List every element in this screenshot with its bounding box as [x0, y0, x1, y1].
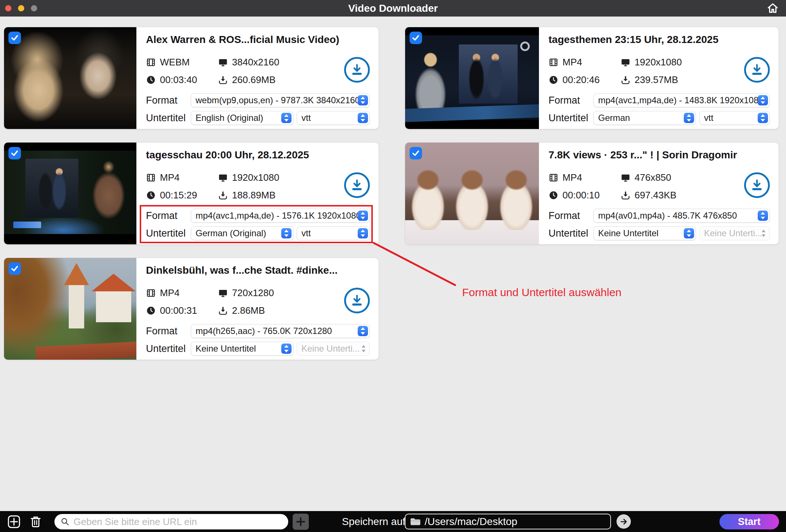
select-checkbox[interactable]	[410, 32, 422, 44]
video-thumbnail[interactable]	[4, 27, 136, 129]
subtitle-label: Untertitel	[549, 228, 590, 239]
bottom-toolbar: Speichern auf Start	[0, 511, 786, 532]
add-task-button[interactable]	[7, 514, 21, 529]
url-input-field[interactable]	[54, 514, 288, 529]
delete-button[interactable]	[29, 514, 43, 529]
subtitle-label: Untertitel	[146, 343, 187, 355]
video-card: tagesthemen 23:15 Uhr, 28.12.2025 MP4 19…	[405, 27, 779, 129]
check-icon	[411, 33, 420, 42]
subtitle-language-select[interactable]: German (Original)	[191, 226, 293, 240]
subtitle-language-select[interactable]: Keine Untertitel	[593, 226, 696, 240]
stepper-icon[interactable]	[684, 113, 694, 123]
format-select-value: webm(vp9,opus,en) - 9787.3K 3840x2160	[196, 95, 360, 105]
monitor-icon	[218, 57, 228, 67]
select-checkbox[interactable]	[8, 262, 21, 275]
video-card: Dinkelsbühl, was f...che Stadt. #dinke..…	[4, 258, 379, 360]
stepper-icon[interactable]	[684, 228, 694, 238]
format-select[interactable]: mp4(avc1,mp4a,de) - 1576.1K 1920x1080	[191, 209, 370, 223]
download-button[interactable]	[344, 172, 370, 198]
select-checkbox[interactable]	[8, 32, 21, 44]
video-info: WEBM 3840x2160 00:03:40 260.69MB	[146, 57, 279, 86]
video-thumbnail[interactable]	[4, 143, 136, 244]
video-title: Alex Warren & ROS...ficial Music Video)	[146, 34, 372, 46]
video-thumbnail[interactable]	[405, 143, 539, 244]
stepper-icon[interactable]	[358, 211, 368, 221]
tower-shape	[69, 284, 84, 328]
resolution: 476x850	[635, 172, 671, 183]
stepper-icon[interactable]	[758, 95, 768, 105]
url-input[interactable]	[74, 516, 282, 528]
monitor-icon	[218, 173, 228, 183]
format-select[interactable]: mp4(avc1,mp4a,de) - 1483.8K 1920x1080	[593, 93, 770, 107]
stepper-icon[interactable]	[758, 211, 768, 221]
browse-folder-button[interactable]	[617, 514, 631, 529]
film-icon	[549, 173, 558, 183]
format-select[interactable]: mp4(av01,mp4a) - 485.7K 476x850	[593, 209, 770, 223]
video-title: Dinkelsbühl, was f...che Stadt. #dinke..…	[146, 265, 372, 276]
stepper-icon[interactable]	[358, 95, 368, 105]
puppy-shape	[453, 169, 491, 230]
video-list: Alex Warren & ROS...ficial Music Video) …	[0, 17, 786, 511]
stepper-icon	[760, 228, 767, 238]
trash-icon	[29, 514, 43, 529]
video-thumbnail[interactable]	[4, 258, 136, 360]
duration: 00:15:29	[160, 190, 197, 201]
subtitle-format-value: Keine Unterti...	[301, 344, 360, 353]
stepper-icon[interactable]	[758, 113, 768, 123]
download-icon	[750, 178, 764, 193]
download-button[interactable]	[744, 57, 770, 83]
subtitle-format-select[interactable]: vtt	[699, 111, 770, 125]
subtitle-format-select: Keine Unterti...	[699, 226, 770, 240]
save-path-input[interactable]	[425, 516, 606, 528]
subtitle-format-value: vtt	[301, 113, 311, 123]
subtitle-language-value: Keine Untertitel	[196, 344, 256, 353]
format-select-value: mp4(avc1,mp4a,de) - 1483.8K 1920x1080	[598, 95, 764, 105]
format-select[interactable]: mp4(h265,aac) - 765.0K 720x1280	[191, 324, 370, 338]
select-checkbox[interactable]	[8, 147, 21, 159]
format-label: Format	[146, 210, 187, 222]
monitor-icon	[621, 173, 630, 183]
tagesschau-logo	[13, 222, 41, 228]
stepper-icon[interactable]	[281, 113, 292, 123]
subtitle-label: Untertitel	[146, 228, 187, 239]
download-button[interactable]	[344, 288, 370, 313]
add-url-button[interactable]	[293, 514, 309, 530]
duration: 00:00:31	[160, 305, 197, 316]
resolution: 1920x1080	[232, 172, 279, 183]
subtitle-format-select[interactable]: vtt	[297, 226, 370, 240]
resolution: 3840x2160	[232, 57, 279, 68]
container-format: MP4	[562, 57, 582, 68]
resolution: 1920x1080	[635, 57, 682, 68]
subtitle-format-select[interactable]: vtt	[297, 111, 370, 125]
filesize-icon	[218, 190, 228, 200]
format-select[interactable]: webm(vp9,opus,en) - 9787.3K 3840x2160	[191, 93, 370, 107]
duration: 00:03:40	[160, 74, 197, 86]
stepper-icon[interactable]	[358, 113, 368, 123]
title-bar: Video Downloader	[0, 0, 786, 17]
download-button[interactable]	[744, 172, 770, 198]
stepper-icon[interactable]	[358, 228, 368, 238]
format-label: Format	[549, 95, 590, 106]
filesize: 188.89MB	[232, 190, 276, 201]
filesize-icon	[218, 75, 228, 85]
subtitle-language-select[interactable]: German	[593, 111, 696, 125]
save-path-field[interactable]	[405, 514, 611, 529]
check-icon	[10, 264, 19, 273]
subtitle-language-value: English (Original)	[196, 113, 263, 123]
download-button[interactable]	[344, 57, 370, 83]
stepper-icon[interactable]	[281, 228, 292, 238]
puppy-shape	[409, 169, 447, 230]
ard-logo	[520, 42, 530, 51]
video-thumbnail[interactable]	[405, 27, 539, 129]
stepper-icon[interactable]	[281, 344, 292, 354]
subtitle-language-select[interactable]: Keine Untertitel	[191, 342, 293, 356]
start-button[interactable]: Start	[719, 514, 779, 529]
home-button[interactable]	[765, 2, 780, 15]
download-icon	[350, 178, 364, 193]
film-icon	[146, 57, 156, 67]
subtitle-language-select[interactable]: English (Original)	[191, 111, 293, 125]
format-select-value: mp4(av01,mp4a) - 485.7K 476x850	[598, 211, 737, 220]
select-checkbox[interactable]	[410, 147, 422, 159]
stepper-icon[interactable]	[358, 326, 368, 336]
container-format: WEBM	[160, 57, 190, 68]
